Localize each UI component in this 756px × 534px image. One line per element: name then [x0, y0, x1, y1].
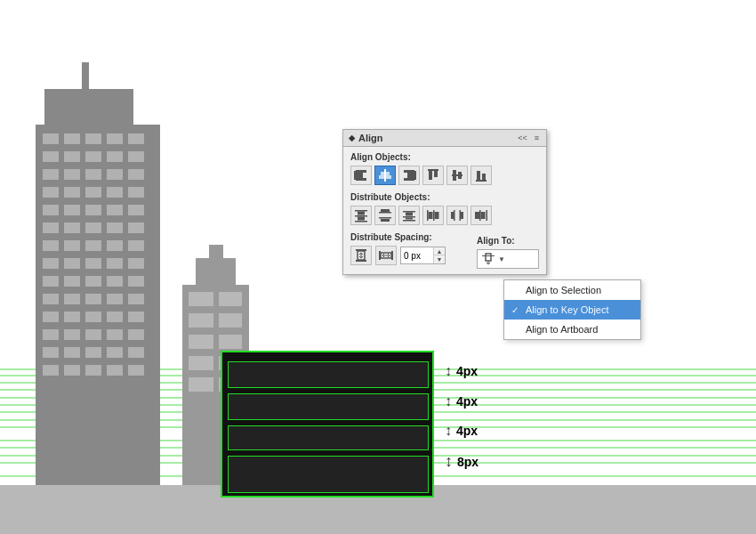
svg-rect-80 [85, 347, 101, 358]
align-center-h-btn[interactable] [374, 166, 396, 185]
svg-rect-109 [407, 173, 414, 178]
svg-rect-50 [85, 240, 101, 251]
svg-rect-75 [85, 329, 101, 340]
dist-center-h-btn[interactable] [374, 206, 396, 225]
dist-top-btn[interactable] [350, 206, 372, 225]
svg-rect-114 [434, 171, 438, 177]
svg-rect-83 [43, 365, 59, 376]
panel-menu-btn[interactable]: ≡ [533, 133, 541, 143]
svg-rect-25 [85, 151, 101, 162]
svg-rect-71 [107, 312, 123, 322]
svg-rect-39 [64, 205, 80, 215]
panel-title: ◆ Align [349, 133, 383, 143]
svg-rect-47 [128, 222, 144, 233]
svg-rect-77 [128, 329, 144, 340]
svg-rect-72 [128, 312, 144, 322]
svg-rect-103 [356, 170, 366, 173]
panel-title-icon: ◆ [349, 134, 355, 142]
align-center-v-btn[interactable] [446, 166, 468, 185]
svg-rect-84 [64, 365, 80, 376]
svg-rect-76 [107, 329, 123, 340]
align-objects-label: Align Objects: [350, 152, 539, 162]
svg-rect-110 [404, 170, 414, 173]
svg-rect-63 [43, 294, 59, 304]
svg-rect-48 [43, 240, 59, 251]
svg-rect-54 [64, 258, 80, 269]
svg-rect-155 [486, 254, 491, 261]
panel-collapse-btn[interactable]: << [516, 133, 529, 143]
align-to-key-object-item[interactable]: ✓ Align to Key Object [504, 300, 640, 320]
svg-rect-97 [189, 356, 213, 370]
svg-rect-143 [479, 210, 481, 221]
spacing-input[interactable] [401, 250, 433, 262]
svg-rect-107 [379, 175, 391, 179]
align-to-artboard-item[interactable]: Align to Artboard [504, 320, 640, 339]
svg-rect-18 [43, 134, 59, 144]
align-to-selection-label: Align to Selection [526, 285, 601, 295]
svg-rect-119 [477, 171, 480, 180]
dist-right-btn[interactable] [470, 206, 492, 225]
svg-rect-61 [107, 276, 123, 287]
svg-rect-101 [354, 171, 356, 180]
svg-rect-51 [107, 240, 123, 251]
svg-rect-142 [461, 212, 463, 219]
align-top-btn[interactable] [422, 166, 444, 185]
inner-rect-4 [228, 456, 429, 493]
svg-rect-86 [107, 365, 123, 376]
svg-rect-118 [476, 180, 487, 182]
svg-rect-42 [128, 205, 144, 215]
panel-titlebar[interactable]: ◆ Align << ≡ [343, 130, 546, 147]
svg-rect-92 [219, 292, 242, 306]
svg-rect-93 [189, 313, 213, 328]
align-right-btn[interactable] [398, 166, 420, 185]
svg-rect-68 [43, 312, 59, 322]
svg-rect-116 [453, 170, 456, 181]
spinner-up[interactable]: ▲ [434, 247, 445, 255]
svg-rect-121 [355, 210, 367, 212]
svg-rect-82 [128, 347, 144, 358]
align-bottom-btn[interactable] [470, 166, 492, 185]
dist-bottom-btn[interactable] [398, 206, 420, 225]
svg-rect-19 [64, 134, 80, 144]
svg-rect-134 [406, 218, 413, 220]
svg-rect-123 [355, 221, 367, 222]
svg-rect-87 [128, 365, 144, 376]
align-panel: ◆ Align << ≡ Align Objects: [342, 129, 547, 275]
check-artboard [511, 325, 522, 335]
svg-rect-67 [128, 294, 144, 304]
space-h-btn[interactable] [375, 246, 397, 265]
svg-rect-73 [43, 329, 59, 340]
svg-rect-27 [128, 151, 144, 162]
svg-rect-122 [355, 215, 367, 217]
svg-rect-99 [189, 377, 213, 392]
distribute-objects-buttons [350, 206, 539, 225]
svg-rect-49 [64, 240, 80, 251]
svg-rect-40 [85, 205, 101, 215]
align-left-btn[interactable] [350, 166, 372, 185]
dist-left-btn[interactable] [422, 206, 444, 225]
selection-container[interactable] [221, 351, 434, 498]
svg-rect-32 [128, 169, 144, 180]
svg-rect-91 [189, 292, 213, 306]
svg-rect-126 [379, 212, 391, 214]
panel-body: Align Objects: [343, 147, 546, 274]
space-v-btn[interactable] [350, 246, 372, 265]
svg-rect-144 [487, 210, 488, 221]
align-to-key-object-label: Align to Key Object [526, 304, 609, 315]
spacing-left: Distribute Spacing: [350, 232, 462, 269]
svg-rect-78 [43, 347, 59, 358]
dist-center-v-btn[interactable] [446, 206, 468, 225]
svg-rect-43 [43, 222, 59, 233]
align-to-section: Align To: ▼ [477, 236, 539, 269]
svg-rect-23 [43, 151, 59, 162]
svg-rect-85 [85, 365, 101, 376]
align-to-selection-item[interactable]: Align to Selection [504, 280, 640, 300]
svg-rect-55 [85, 258, 101, 269]
spacing-input-wrap[interactable]: ▲ ▼ [400, 247, 446, 264]
align-to-dropdown[interactable]: ▼ [477, 249, 539, 269]
spinner-down[interactable]: ▼ [434, 255, 445, 263]
spacing-arrow-4: ↕ [445, 452, 453, 471]
svg-rect-31 [107, 169, 123, 180]
svg-rect-140 [460, 210, 462, 221]
align-to-label: Align To: [477, 236, 539, 246]
